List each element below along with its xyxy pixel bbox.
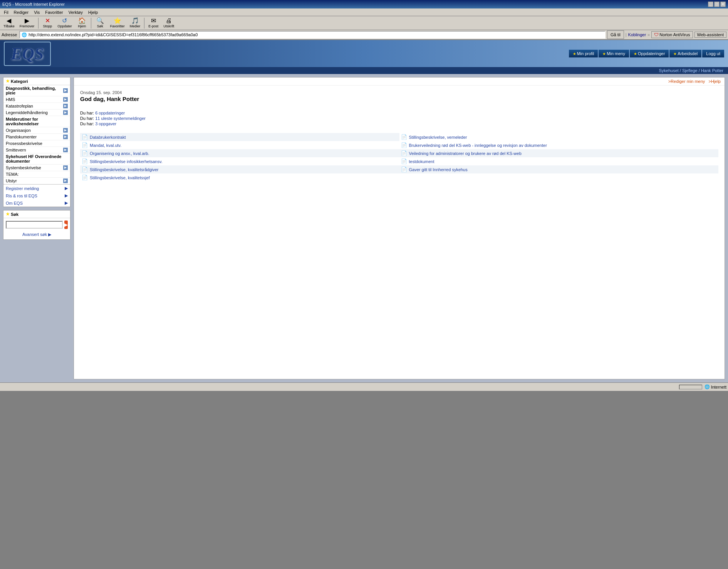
sidebar-item-katastrofeplan[interactable]: Katastrofeplan ▶: [3, 103, 70, 109]
sidebar-item-diagnostikk[interactable]: Diagnostikk, behandling, pleie ▶: [3, 85, 70, 96]
arrow-icon: ▶: [63, 178, 68, 183]
search-go-button[interactable]: ▶: [64, 221, 68, 229]
advanced-search-arrow: ▶: [48, 232, 51, 237]
maximize-button[interactable]: □: [714, 2, 720, 7]
doc-link[interactable]: Stillingsbeskrivelse, verneleder: [409, 135, 467, 140]
doc-item: 📄 Stillingsbeskrivelse, kvalitetssjef: [80, 173, 399, 182]
norton-antivirus-button[interactable]: 🛡 Norton AntiVirus: [651, 31, 693, 38]
search-input[interactable]: [6, 221, 63, 229]
media-label: Medier: [130, 24, 141, 28]
rediger-min-meny-link[interactable]: >Rediger min meny: [668, 79, 705, 84]
doc-link[interactable]: Gaver gitt til Innherred sykehus: [409, 167, 468, 172]
search-button[interactable]: 🔍 Søk: [93, 17, 107, 29]
sidebar-item-label: Systembeskrivelse: [6, 165, 41, 170]
menu-verktoy[interactable]: Verktøy: [66, 10, 85, 15]
oppdateringer-link[interactable]: 6 oppdateringer: [95, 111, 125, 115]
doc-item: 📄 Gaver gitt til Innherred sykehus: [399, 165, 719, 173]
sidebar-item-prosessbeskrivelse[interactable]: Prosessbeskrivelse: [3, 140, 70, 147]
min-meny-label: Min meny: [607, 51, 625, 56]
sidebar-item-legemiddel[interactable]: Legemiddelhåndtering ▶: [3, 109, 70, 116]
min-meny-button[interactable]: ★ Min meny: [599, 50, 629, 57]
search-go-icon: ▶: [64, 222, 68, 227]
document-icon: 📄: [401, 150, 407, 156]
sidebar-item-organisasjon[interactable]: Organisasjon ▶: [3, 127, 70, 134]
oppdateringer-button[interactable]: ★ Oppdateringer: [630, 50, 669, 57]
hjelp-link[interactable]: >Hjelp: [709, 79, 721, 84]
links-button[interactable]: Koblinger: [628, 32, 646, 37]
doc-link[interactable]: Databrukerkontrakt: [90, 135, 126, 140]
registrer-melding-link[interactable]: Registrer melding ▶: [3, 185, 70, 192]
menu-rediger[interactable]: Rediger: [12, 10, 31, 15]
url-text[interactable]: http://demo.extend.no/index.pl?pid=idi&C…: [29, 32, 198, 37]
back-button[interactable]: ◀ Tilbake: [2, 17, 17, 29]
doc-link[interactable]: Stillingsbeskrivelse infosikkerhetsansv.: [90, 159, 163, 164]
content-top-bar: >Rediger min meny >Hjelp: [74, 77, 725, 86]
advanced-search-area: Avansert søk ▶: [3, 231, 70, 239]
sidebar-item-hms[interactable]: HMS ▶: [3, 96, 70, 103]
doc-link[interactable]: Mandat, kval.utv.: [90, 143, 121, 148]
document-icon: 📄: [82, 134, 88, 140]
arbeidsdel-button[interactable]: ★ Arbeidsdel: [669, 50, 701, 57]
advanced-search-link[interactable]: Avansert søk: [22, 232, 47, 237]
doc-item: 📄 Stillingsbeskrivelse, kvalitetsrådgive…: [80, 165, 399, 173]
logg-ut-button[interactable]: Logg ut: [702, 50, 724, 57]
window-controls[interactable]: _ □ ✕: [708, 2, 726, 7]
print-button[interactable]: 🖨 Utskrift: [161, 17, 176, 29]
logg-ut-label: Logg ut: [706, 51, 720, 56]
sidebar-item-label: Plandokumenter: [6, 135, 37, 139]
url-icon: 🌐: [22, 32, 27, 37]
doc-link[interactable]: Brukerveiledning rød del KS-web - innleg…: [409, 143, 547, 148]
document-icon: 📄: [82, 142, 88, 148]
doc-link[interactable]: testdokument: [409, 159, 434, 164]
om-eqs-link[interactable]: Om EQS ▶: [3, 199, 70, 207]
sidebar-item-label: Sykehuset HF Overordnede dokumenter: [6, 154, 68, 163]
star-icon-2: ★: [602, 52, 606, 56]
sidebar-item-plandokumenter[interactable]: Plandokumenter ▶: [3, 134, 70, 140]
menu-favoritter[interactable]: Favoritter: [43, 10, 65, 15]
min-profil-button[interactable]: ★ Min profil: [569, 50, 598, 57]
url-display: 🌐 http://demo.extend.no/index.pl?pid=idi…: [19, 31, 606, 39]
systemmeldinger-link[interactable]: 11 uleste systemmeldinger: [95, 116, 146, 121]
breadcrumb: Sykehuset / Sjeflege / Hank Potter: [0, 67, 728, 74]
sidebar-item-utstyr[interactable]: Utstyr ▶: [3, 178, 70, 184]
sidebar-item-systembeskrivelse[interactable]: Systembeskrivelse ▶: [3, 165, 70, 171]
sidebar-item-label: TEMA:: [6, 172, 19, 177]
favorites-label: Favoritter: [110, 24, 125, 28]
home-button[interactable]: 🏠 Hjem: [75, 17, 89, 29]
doc-link[interactable]: Veiledning for administratorer og bruker…: [409, 151, 522, 156]
menu-hjelp[interactable]: Hjelp: [86, 10, 100, 15]
sidebar-item-label: HMS: [6, 97, 15, 102]
minimize-button[interactable]: _: [708, 2, 713, 7]
document-icon: 📄: [401, 167, 407, 172]
doc-link[interactable]: Stillingsbeskrivelse, kvalitetssjef: [90, 175, 150, 180]
go-button[interactable]: Gå til: [607, 30, 624, 39]
oppgaver-link[interactable]: 3 oppgaver: [95, 121, 116, 126]
close-button[interactable]: ✕: [720, 2, 726, 7]
favorites-button[interactable]: ⭐ Favoritter: [108, 17, 127, 29]
doc-link[interactable]: Organisering og ansv., kval.arb.: [90, 151, 149, 156]
web-assistant-button[interactable]: Web-assistent: [694, 32, 727, 38]
refresh-button[interactable]: ↺ Oppdater: [55, 17, 74, 29]
doc-link[interactable]: Stillingsbeskrivelse, kvalitetsrådgiver: [90, 167, 159, 172]
stop-button[interactable]: ✕ Stopp: [40, 17, 54, 29]
norton-icon: 🛡: [654, 32, 659, 37]
search-title: Søk: [11, 212, 18, 217]
forward-button[interactable]: ▶ Fremover: [18, 17, 37, 29]
stop-icon: ✕: [45, 18, 50, 24]
mail-button[interactable]: ✉ E-post: [146, 17, 160, 29]
media-button[interactable]: 🎵 Medier: [128, 17, 143, 29]
sidebar-item-smittevern[interactable]: Smittevern ▶: [3, 147, 70, 153]
browser-toolbar: ◀ Tilbake ▶ Fremover ✕ Stopp ↺ Oppdater …: [0, 16, 728, 30]
ris-ros-link[interactable]: Ris & ros til EQS ▶: [3, 192, 70, 199]
forward-label: Fremover: [20, 24, 35, 28]
om-eqs-label: Om EQS: [6, 201, 23, 205]
document-icon: 📄: [401, 134, 407, 140]
sidebar-item-label: Melderutiner for avvikshendelser: [6, 117, 68, 126]
menu-fil[interactable]: Fil: [2, 10, 11, 15]
star-icon-1: ★: [573, 52, 576, 56]
sidebar-item-melderutiner[interactable]: Melderutiner for avvikshendelser: [3, 116, 70, 127]
sidebar-item-tema[interactable]: TEMA:: [3, 171, 70, 178]
menu-vis[interactable]: Vis: [32, 10, 42, 15]
document-icon: 📄: [401, 158, 407, 164]
sidebar-item-sykehuset[interactable]: Sykehuset HF Overordnede dokumenter: [3, 153, 70, 165]
